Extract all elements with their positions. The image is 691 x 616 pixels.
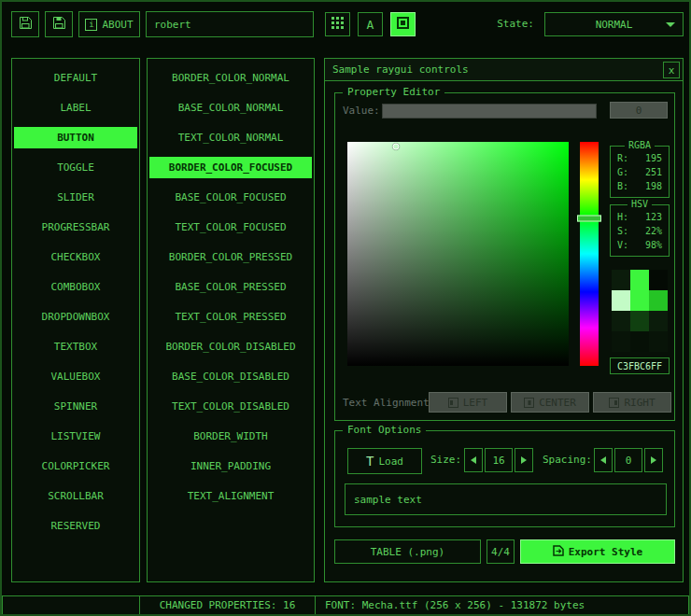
value-box[interactable]: 0 bbox=[610, 102, 668, 119]
property-item[interactable]: BORDER_COLOR_PRESSED bbox=[149, 246, 312, 268]
property-item[interactable]: BASE_COLOR_PRESSED bbox=[149, 276, 312, 298]
v-label: V: bbox=[617, 238, 628, 252]
property-item[interactable]: INNER_PADDING bbox=[149, 455, 312, 477]
s-value: 22% bbox=[645, 224, 662, 238]
properties-list: BORDER_COLOR_NORMAL BASE_COLOR_NORMAL TE… bbox=[147, 58, 315, 582]
export-count-box: 4/4 bbox=[487, 539, 515, 564]
palette-cell[interactable] bbox=[649, 290, 668, 311]
property-item-selected[interactable]: BORDER_COLOR_FOCUSED bbox=[149, 157, 312, 178]
sample-text-input[interactable]: sample text bbox=[345, 483, 667, 515]
state-dropdown[interactable]: NORMAL bbox=[544, 12, 684, 36]
property-item[interactable]: TEXT_COLOR_FOCUSED bbox=[149, 217, 312, 238]
text-alignment-label: Text Alignment bbox=[343, 397, 430, 409]
size-increment-button[interactable] bbox=[515, 448, 533, 472]
value-box-text: 0 bbox=[636, 105, 642, 117]
style-table-view-button[interactable] bbox=[390, 12, 416, 36]
property-editor-label: Property Editor bbox=[343, 86, 444, 98]
property-item[interactable]: BASE_COLOR_NORMAL bbox=[149, 97, 312, 119]
font-settings-button[interactable]: A bbox=[358, 12, 383, 36]
font-info-text: FONT: Mecha.ttf (256 x 256) - 131872 byt… bbox=[325, 599, 585, 611]
property-item[interactable]: BORDER_WIDTH bbox=[149, 426, 312, 447]
control-item[interactable]: SLIDER bbox=[14, 187, 137, 208]
palette-cell[interactable] bbox=[630, 331, 649, 352]
property-item[interactable]: TEXT_COLOR_PRESSED bbox=[149, 306, 312, 328]
control-item[interactable]: COMBOBOX bbox=[14, 276, 137, 298]
rguistyler-app: { "colors": { "bg": "#050c05", "border":… bbox=[0, 0, 691, 616]
export-count-value: 4/4 bbox=[491, 546, 510, 558]
palette-cell[interactable] bbox=[612, 270, 630, 290]
about-button[interactable]: i ABOUT bbox=[78, 11, 140, 37]
about-label: ABOUT bbox=[102, 19, 133, 31]
property-item[interactable]: TEXT_ALIGNMENT bbox=[149, 485, 312, 507]
control-item[interactable]: SCROLLBAR bbox=[14, 485, 137, 507]
palette-cell[interactable] bbox=[649, 311, 668, 331]
property-item[interactable]: TEXT_COLOR_DISABLED bbox=[149, 396, 312, 417]
control-item[interactable]: VALUEBOX bbox=[14, 366, 137, 387]
controls-grid-view-button[interactable] bbox=[325, 12, 350, 36]
control-item[interactable]: SPINNER bbox=[14, 396, 137, 417]
sample-text-value: sample text bbox=[354, 494, 422, 506]
value-slider[interactable] bbox=[382, 104, 597, 119]
palette-cell[interactable] bbox=[630, 311, 649, 331]
sv-cursor[interactable] bbox=[393, 143, 400, 149]
palette-cell[interactable] bbox=[649, 331, 668, 352]
control-item[interactable]: DEFAULT bbox=[14, 67, 137, 89]
control-item[interactable]: TOGGLE bbox=[14, 157, 137, 178]
control-item[interactable]: CHECKBOX bbox=[14, 246, 137, 268]
control-item[interactable]: DROPDOWNBOX bbox=[14, 306, 137, 328]
property-item[interactable]: TEXT_COLOR_NORMAL bbox=[149, 127, 312, 148]
h-label: H: bbox=[617, 210, 628, 224]
hex-color-input[interactable]: C3FBC6FF bbox=[610, 357, 670, 374]
hue-handle[interactable] bbox=[577, 215, 601, 221]
load-style-button[interactable] bbox=[11, 11, 39, 37]
property-item[interactable]: BORDER_COLOR_DISABLED bbox=[149, 336, 312, 357]
style-name-input[interactable] bbox=[146, 11, 314, 37]
palette-cell[interactable] bbox=[630, 290, 649, 311]
hsv-s-row: S: 22% bbox=[611, 224, 669, 238]
align-right-button[interactable]: RIGHT bbox=[593, 392, 671, 413]
control-item[interactable]: TEXTBOX bbox=[14, 336, 137, 357]
window-titlebar[interactable]: Sample raygui controls bbox=[325, 59, 683, 81]
value-label: Value: bbox=[343, 105, 380, 117]
control-item[interactable]: LABEL bbox=[14, 97, 137, 119]
control-item-selected[interactable]: BUTTON bbox=[14, 127, 137, 148]
align-right-label: RIGHT bbox=[624, 397, 655, 409]
palette-cell[interactable] bbox=[612, 331, 630, 352]
property-item[interactable]: BASE_COLOR_FOCUSED bbox=[149, 187, 312, 208]
align-center-button[interactable]: CENTER bbox=[511, 392, 589, 413]
grid-icon bbox=[331, 17, 344, 32]
export-format-label: TABLE (.png) bbox=[371, 546, 444, 558]
size-value-box[interactable]: 16 bbox=[485, 448, 513, 472]
control-item[interactable]: RESERVED bbox=[14, 515, 137, 537]
statusbar-font-info: FONT: Mecha.ttf (256 x 256) - 131872 byt… bbox=[315, 595, 689, 615]
palette-cell[interactable] bbox=[649, 270, 668, 290]
size-decrement-button[interactable] bbox=[464, 448, 483, 472]
hue-bar[interactable] bbox=[580, 142, 599, 366]
spacing-increment-button[interactable] bbox=[644, 448, 663, 472]
size-label: Size: bbox=[430, 448, 461, 472]
window-close-button[interactable]: x bbox=[663, 62, 680, 78]
r-value: 195 bbox=[645, 151, 662, 165]
palette-cell[interactable] bbox=[612, 311, 630, 331]
control-item[interactable]: PROGRESSBAR bbox=[14, 217, 137, 238]
palette-cell[interactable] bbox=[612, 290, 630, 311]
export-style-button[interactable]: Export Style bbox=[520, 539, 675, 564]
property-item[interactable]: BORDER_COLOR_NORMAL bbox=[149, 67, 312, 89]
save-style-button[interactable] bbox=[45, 11, 73, 37]
hsv-readout: HSV H: 123 S: 22% V: 98% bbox=[610, 204, 670, 257]
style-table-icon bbox=[397, 17, 409, 32]
spacing-decrement-button[interactable] bbox=[594, 448, 613, 472]
export-format-dropdown[interactable]: TABLE (.png) bbox=[334, 539, 481, 564]
property-item[interactable]: BASE_COLOR_DISABLED bbox=[149, 366, 312, 387]
arrow-right-icon bbox=[521, 456, 527, 464]
align-left-button[interactable]: LEFT bbox=[429, 392, 507, 413]
color-picker-area[interactable] bbox=[347, 142, 569, 366]
control-item[interactable]: LISTVIEW bbox=[14, 426, 137, 447]
spacing-value-box[interactable]: 0 bbox=[614, 448, 642, 472]
size-value: 16 bbox=[492, 455, 504, 467]
export-style-label: Export Style bbox=[569, 546, 642, 558]
control-item[interactable]: COLORPICKER bbox=[14, 455, 137, 477]
font-load-button[interactable]: T Load bbox=[347, 448, 422, 474]
palette-cell[interactable] bbox=[630, 270, 649, 290]
close-icon: x bbox=[669, 64, 675, 77]
